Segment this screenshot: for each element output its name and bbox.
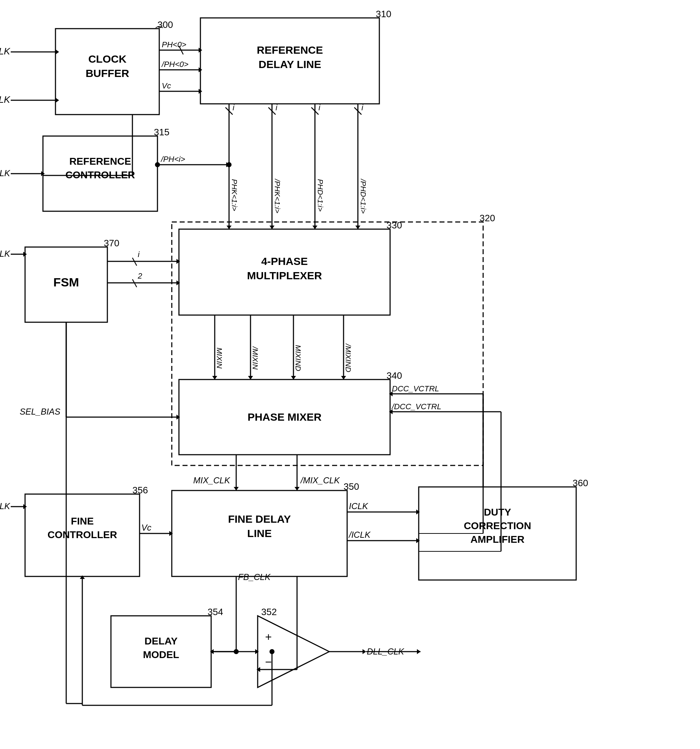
ref-350: 350 — [343, 481, 359, 492]
pm-label: PHASE MIXER — [248, 411, 322, 423]
ref-310: 310 — [376, 9, 391, 19]
minus-sign: − — [265, 656, 272, 668]
nphi-label: /PH<i> — [160, 155, 185, 164]
rc-label1: REFERENCE — [69, 156, 131, 167]
ref-340: 340 — [386, 370, 402, 381]
mix-clk-label: MIX_CLK — [193, 475, 230, 485]
mixind-label: MIXIND — [294, 345, 302, 371]
dca-label1: DUTY — [484, 507, 511, 518]
ref-clk-label-fsm: REF_CLK — [0, 249, 11, 258]
ref-320: 320 — [480, 212, 495, 223]
ref-360: 360 — [573, 478, 588, 488]
ref-354: 354 — [207, 607, 223, 617]
nmixin-label: /MIXIN — [251, 346, 259, 370]
nmix-clk-label: /MIX_CLK — [300, 475, 340, 485]
rdl-label1: REFERENCE — [256, 44, 323, 56]
fdl-label2: LINE — [247, 527, 271, 539]
fc-label1: FINE — [71, 515, 94, 527]
nphd1i-label: /PHD<1:i> — [359, 178, 368, 214]
ref-clk-label-rc: REF_CLK — [0, 168, 11, 178]
sel-bias-label: SEL_BIAS — [20, 407, 60, 416]
rdl-label2: DELAY LINE — [258, 58, 321, 70]
ref-330: 330 — [386, 220, 402, 231]
dca-label2: CORRECTION — [464, 520, 531, 531]
fsm-label: FSM — [53, 275, 79, 289]
ref-clk-label-fc: REF_CLK — [0, 501, 11, 511]
nmixind-label: /MIXIND — [344, 343, 352, 372]
phk1i-label: PHK<1:i> — [230, 179, 239, 211]
dm-label2: MODEL — [143, 649, 179, 660]
ref-356: 356 — [133, 485, 148, 495]
vc-label-top: Vc — [162, 81, 171, 90]
ph0-label: PH<0> — [162, 40, 186, 49]
plus-sign: + — [265, 630, 272, 644]
svg-point-105 — [155, 162, 160, 167]
iclk-label: ICLK — [349, 501, 368, 511]
dm-label1: DELAY — [145, 636, 178, 647]
nclk-label: /CLK — [0, 94, 11, 105]
clock-buffer-label2: BUFFER — [85, 67, 129, 79]
fc-label2: CONTROLLER — [47, 529, 117, 540]
nphk1i-label: /PHK<1:i> — [273, 178, 282, 213]
phd1i-label: PHD<1:i> — [316, 179, 325, 212]
ref-300: 300 — [157, 19, 173, 30]
ndcc-vctrl-label: /DCC_VCTRL — [391, 402, 441, 411]
fb-clk-label: FB_CLK — [238, 572, 271, 582]
clk-label: CLK — [0, 46, 11, 57]
svg-point-98 — [270, 649, 275, 654]
ref-315: 315 — [154, 127, 169, 138]
nph0-label: /PH<0> — [161, 60, 189, 69]
ref-352: 352 — [261, 607, 277, 617]
niclk-label: /ICLK — [348, 530, 371, 540]
mux-label1: 4-PHASE — [261, 255, 308, 267]
vc-label-fine: Vc — [141, 523, 151, 532]
mux-label2: MULTIPLEXER — [247, 270, 322, 281]
svg-point-39 — [227, 162, 232, 167]
ref-370: 370 — [104, 238, 119, 248]
fdl-label1: FINE DELAY — [228, 513, 291, 525]
clock-buffer-label: CLOCK — [88, 53, 127, 65]
2-fsm-label: 2 — [137, 271, 142, 280]
dca-label3: AMPLIFIER — [471, 534, 525, 545]
dcc-vctrl-label: DCC_VCTRL — [392, 384, 439, 393]
mixin-label: MIXIN — [215, 348, 224, 369]
